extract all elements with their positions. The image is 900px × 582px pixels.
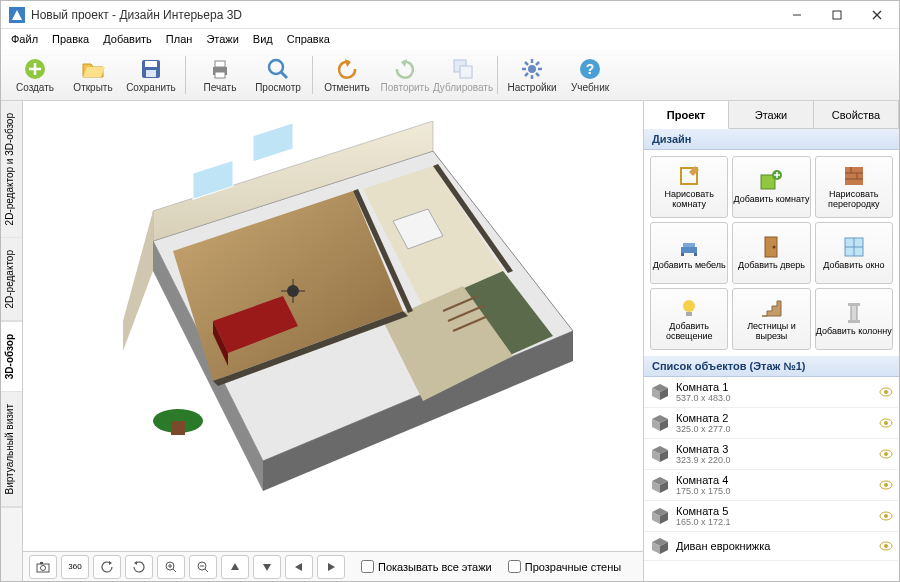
draw-partition-button[interactable]: Нарисовать перегородку (815, 156, 893, 218)
open-button[interactable]: Открыть (65, 52, 121, 98)
visibility-icon[interactable] (879, 478, 893, 492)
object-item[interactable]: Комната 5165.0 x 172.1 (644, 501, 899, 532)
tool-label: Печать (204, 82, 237, 93)
print-button[interactable]: Печать (192, 52, 248, 98)
tool-label: Сохранить (126, 82, 176, 93)
tool-grid-label: Добавить освещение (651, 322, 727, 342)
tool-grid: Нарисовать комнатуДобавить комнатуНарисо… (644, 150, 899, 356)
svg-rect-2 (833, 11, 841, 19)
right-tab-project[interactable]: Проект (644, 101, 729, 129)
tutorial-button[interactable]: ?Учебник (562, 52, 618, 98)
svg-rect-49 (171, 421, 185, 435)
design-header: Дизайн (644, 129, 899, 150)
svg-line-26 (536, 62, 539, 65)
menu-файл[interactable]: Файл (5, 31, 44, 47)
svg-rect-56 (40, 562, 43, 564)
add-door-button[interactable]: Добавить дверь (732, 222, 810, 284)
visibility-icon[interactable] (879, 385, 893, 399)
object-item[interactable]: Комната 2325.0 x 277.0 (644, 408, 899, 439)
transparent-walls-checkbox[interactable]: Прозрачные стены (508, 560, 621, 573)
draw-room-button[interactable]: Нарисовать комнату (650, 156, 728, 218)
left-tab-3d[interactable]: 3D-обзор (1, 322, 22, 392)
nav-right-button[interactable] (317, 555, 345, 579)
menu-правка[interactable]: Правка (46, 31, 95, 47)
minimize-button[interactable] (777, 2, 817, 28)
right-panel: ПроектЭтажиСвойства Дизайн Нарисовать ко… (643, 101, 899, 581)
nav-left-button[interactable] (285, 555, 313, 579)
object-dimensions: 175.0 x 175.0 (676, 486, 879, 496)
visibility-icon[interactable] (879, 416, 893, 430)
svg-marker-58 (134, 561, 137, 565)
add-furniture-button[interactable]: Добавить мебель (650, 222, 728, 284)
svg-line-23 (525, 62, 528, 65)
tool-label: Открыть (73, 82, 112, 93)
undo-button[interactable]: Отменить (319, 52, 375, 98)
svg-line-13 (281, 72, 287, 78)
add-column-button[interactable]: Добавить колонну (815, 288, 893, 350)
tool-grid-label: Лестницы и вырезы (733, 322, 809, 342)
titlebar: Новый проект - Дизайн Интерьера 3D (1, 1, 899, 29)
nav-up-button[interactable] (221, 555, 249, 579)
left-tab-2d[interactable]: 2D-редактор (1, 238, 22, 322)
object-item[interactable]: Диван еврокнижка (644, 532, 899, 561)
menu-вид[interactable]: Вид (247, 31, 279, 47)
menu-справка[interactable]: Справка (281, 31, 336, 47)
object-name: Комната 2 (676, 412, 879, 424)
preview-button[interactable]: Просмотр (250, 52, 306, 98)
tool-grid-label: Добавить колонну (816, 327, 892, 337)
tool-label: Учебник (571, 82, 609, 93)
object-dimensions: 537.0 x 483.0 (676, 393, 879, 403)
object-list[interactable]: Комната 1537.0 x 483.0Комната 2325.0 x 2… (644, 377, 899, 581)
right-panel-tabs: ПроектЭтажиСвойства (644, 101, 899, 129)
save-button[interactable]: Сохранить (123, 52, 179, 98)
svg-rect-86 (686, 312, 692, 316)
svg-marker-67 (263, 564, 271, 571)
object-dimensions: 323.9 x 220.0 (676, 455, 879, 465)
3d-canvas[interactable] (23, 101, 643, 551)
zoom-out-button[interactable] (189, 555, 217, 579)
svg-point-119 (884, 544, 888, 548)
object-item[interactable]: Комната 3323.9 x 220.0 (644, 439, 899, 470)
close-button[interactable] (857, 2, 897, 28)
right-tab-floors[interactable]: Этажи (729, 101, 814, 129)
add-light-button[interactable]: Добавить освещение (650, 288, 728, 350)
visibility-icon[interactable] (879, 539, 893, 553)
svg-point-55 (41, 565, 46, 570)
left-tab-virtual[interactable]: Виртуальный визит (1, 392, 22, 508)
tool-grid-label: Добавить комнату (733, 195, 809, 205)
screenshot-button[interactable] (29, 555, 57, 579)
rotate-left-button[interactable] (93, 555, 121, 579)
tool-label: Повторить (381, 82, 430, 93)
stairs-button[interactable]: Лестницы и вырезы (732, 288, 810, 350)
settings-button[interactable]: Настройки (504, 52, 560, 98)
app-icon (9, 7, 25, 23)
svg-rect-89 (848, 320, 860, 323)
object-item[interactable]: Комната 4175.0 x 175.0 (644, 470, 899, 501)
zoom-in-button[interactable] (157, 555, 185, 579)
svg-point-104 (884, 452, 888, 456)
show-all-floors-checkbox[interactable]: Показывать все этажи (361, 560, 492, 573)
rotate-right-button[interactable] (125, 555, 153, 579)
svg-point-18 (528, 65, 536, 73)
rotate-360-button[interactable]: 360 (61, 555, 89, 579)
left-tab-combo[interactable]: 2D-редактор и 3D-обзор (1, 101, 22, 238)
nav-down-button[interactable] (253, 555, 281, 579)
svg-rect-88 (848, 303, 860, 306)
duplicate-button: Дублировать (435, 52, 491, 98)
visibility-icon[interactable] (879, 447, 893, 461)
maximize-button[interactable] (817, 2, 857, 28)
svg-rect-87 (851, 304, 857, 322)
menu-план[interactable]: План (160, 31, 199, 47)
menu-добавить[interactable]: Добавить (97, 31, 158, 47)
create-button[interactable]: Создать (7, 52, 63, 98)
menu-этажи[interactable]: Этажи (200, 31, 244, 47)
object-item[interactable]: Комната 1537.0 x 483.0 (644, 377, 899, 408)
room-icon (650, 536, 670, 556)
add-window-button[interactable]: Добавить окно (815, 222, 893, 284)
tool-grid-label: Добавить окно (823, 261, 884, 271)
visibility-icon[interactable] (879, 509, 893, 523)
svg-point-114 (884, 514, 888, 518)
add-room-button[interactable]: Добавить комнату (732, 156, 810, 218)
right-tab-props[interactable]: Свойства (814, 101, 899, 129)
svg-line-24 (536, 73, 539, 76)
